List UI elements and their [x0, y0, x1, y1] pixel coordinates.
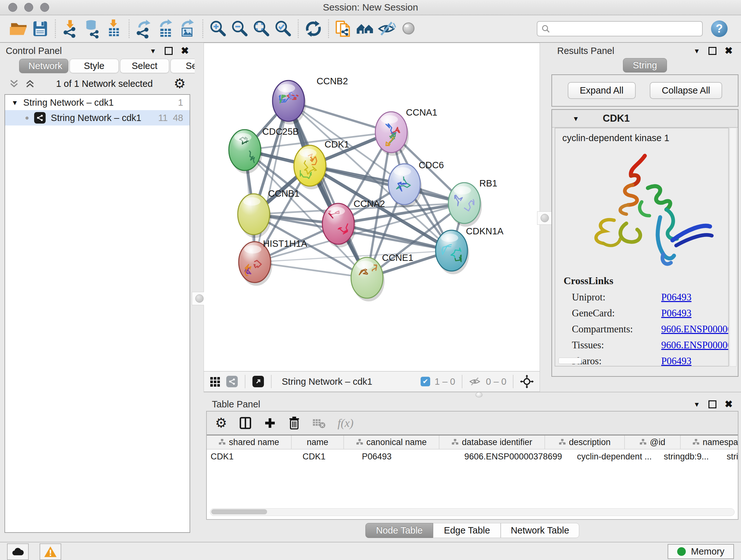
collapse-panel-icon[interactable]: ▼	[693, 48, 700, 54]
collapse-all-icon[interactable]	[9, 78, 19, 89]
column-header--id[interactable]: @id	[625, 435, 681, 449]
fit-selected-crosshair-icon[interactable]	[520, 374, 534, 388]
gear-icon[interactable]: ⚙	[174, 77, 186, 90]
edge-CCNB2-CCNE1[interactable]	[288, 101, 367, 278]
delete-column-trash-icon[interactable]	[288, 416, 300, 430]
zoom-fit-button[interactable]	[251, 18, 272, 39]
search-box[interactable]	[537, 21, 703, 37]
crosslink-value[interactable]: P06493	[661, 289, 691, 305]
float-panel-icon[interactable]	[709, 400, 717, 408]
tab-node-table[interactable]: Node Table	[365, 523, 433, 538]
open-in-browser-icon[interactable]	[253, 376, 264, 387]
zoom-in-button[interactable]	[207, 18, 229, 39]
node-CDC6[interactable]	[388, 164, 422, 208]
help-button[interactable]: ?	[711, 20, 728, 37]
crosslink-value[interactable]: P06493	[661, 353, 691, 367]
tab-edge-table[interactable]: Edge Table	[433, 523, 501, 538]
tab-string[interactable]: String	[623, 58, 667, 72]
import-network-database-button[interactable]	[81, 18, 103, 39]
scrollbar-thumb[interactable]	[211, 509, 267, 514]
refresh-button[interactable]	[302, 18, 324, 39]
expand-all-button[interactable]: Expand All	[568, 82, 636, 99]
network-share-icon[interactable]	[226, 376, 238, 387]
add-column-icon[interactable]	[264, 417, 276, 429]
show-columns-icon[interactable]	[239, 416, 252, 430]
tab-select[interactable]: Select	[120, 59, 169, 73]
table-row[interactable]: CDK1CDK1P064939606.ENSP00000378699cyclin…	[207, 449, 738, 463]
search-input[interactable]	[553, 23, 698, 34]
clear-table-icon-disabled	[312, 417, 326, 429]
cloud-status-button[interactable]	[7, 543, 29, 560]
splitter-handle[interactable]	[475, 392, 482, 397]
table-horizontal-scrollbar[interactable]	[210, 508, 735, 516]
show-hide-graphics-button[interactable]	[376, 18, 398, 39]
gene-section-header[interactable]: ▼ CDK1	[552, 110, 738, 128]
network-row-selected[interactable]: ● String Network – cdk1 11 48	[5, 110, 190, 125]
export-network-button[interactable]	[133, 18, 155, 39]
zoom-selected-button[interactable]	[272, 18, 294, 39]
export-table-icon	[156, 19, 176, 39]
import-network-file-button[interactable]	[60, 18, 81, 39]
birds-eye-grid-icon[interactable]	[210, 376, 221, 387]
collapse-panel-icon[interactable]: ▼	[693, 401, 700, 408]
node-label-CCNE1: CCNE1	[382, 253, 413, 263]
crosslink-value[interactable]: P06493	[661, 305, 691, 321]
export-image-button[interactable]	[177, 18, 199, 39]
tree-expander-icon[interactable]: ▼	[11, 99, 18, 106]
crosslink-value[interactable]: 9606.ENSP00000378699	[661, 321, 729, 337]
node-label-CDC6: CDC6	[419, 160, 444, 170]
warnings-button[interactable]	[40, 543, 61, 560]
shared-column-icon	[639, 439, 647, 446]
column-header-namespac[interactable]: namespac	[681, 435, 738, 449]
export-table-button[interactable]	[155, 18, 177, 39]
selected-checkbox-icon[interactable]: ✔	[421, 377, 430, 386]
column-header-name[interactable]: name	[292, 435, 344, 449]
splitter-handle[interactable]	[537, 211, 552, 225]
column-header-description[interactable]: description	[545, 435, 625, 449]
zoom-in-icon	[208, 19, 228, 39]
column-header-shared-name[interactable]: shared name	[207, 435, 292, 449]
right-splitter[interactable]	[540, 43, 549, 392]
float-panel-icon[interactable]	[709, 47, 717, 55]
save-floppy-icon	[30, 19, 50, 39]
memory-button[interactable]: Memory	[668, 544, 734, 559]
open-browser-button[interactable]	[354, 18, 376, 39]
table-cell: CDK1	[299, 452, 358, 462]
expand-all-icon[interactable]	[25, 78, 35, 89]
crosslink-value[interactable]: 9606.ENSP00000378699	[661, 337, 729, 353]
import-table-file-button[interactable]	[103, 18, 125, 39]
gene-description: cyclin-dependent kinase 1	[555, 128, 728, 145]
column-header-database-identifier[interactable]: database identifier	[440, 435, 545, 449]
network-canvas[interactable]: CCNB2CCNA1CDC25BCDK1CDC6RB1CCNB1CCNA2CDK…	[204, 43, 540, 371]
horizontal-splitter[interactable]	[204, 392, 741, 396]
cytoscape-window: Session: New Session	[0, 0, 741, 560]
node-CCNB1[interactable]	[238, 194, 271, 238]
vertical-scrollbar[interactable]	[730, 128, 737, 367]
close-panel-icon[interactable]: ✖	[725, 399, 733, 409]
collapse-panel-icon[interactable]: ▼	[150, 48, 156, 54]
network-collection-row[interactable]: ▼ String Network – cdk1 1	[5, 95, 190, 110]
save-session-button[interactable]	[29, 18, 51, 39]
tab-style[interactable]: Style	[70, 59, 119, 73]
node-table: shared namenamecanonical namedatabase id…	[207, 435, 738, 519]
node-CCNB2[interactable]	[273, 80, 306, 125]
details-disabled-button[interactable]	[398, 18, 420, 39]
close-panel-icon[interactable]: ✖	[725, 46, 733, 56]
node-RB1[interactable]	[448, 183, 482, 227]
column-header-canonical-name[interactable]: canonical name	[344, 435, 440, 449]
export-to-ndex-button[interactable]	[333, 18, 354, 39]
section-expander-icon[interactable]: ▼	[572, 115, 579, 122]
float-panel-icon[interactable]	[165, 47, 173, 55]
left-splitter[interactable]	[195, 43, 204, 542]
zoom-out-button[interactable]	[229, 18, 251, 39]
tab-network[interactable]: Network	[19, 59, 68, 73]
tab-network-table[interactable]: Network Table	[501, 523, 579, 538]
collapse-all-button[interactable]: Collapse All	[650, 82, 723, 99]
table-settings-gear-icon[interactable]: ⚙	[215, 416, 227, 430]
close-panel-icon[interactable]: ✖	[181, 46, 189, 56]
shared-column-icon	[356, 439, 363, 446]
node-CDKN1A[interactable]	[435, 230, 469, 274]
node-CCNE1[interactable]	[351, 257, 385, 301]
horizontal-scrollbar-thumb[interactable]	[558, 358, 582, 364]
open-session-button[interactable]	[8, 18, 29, 39]
